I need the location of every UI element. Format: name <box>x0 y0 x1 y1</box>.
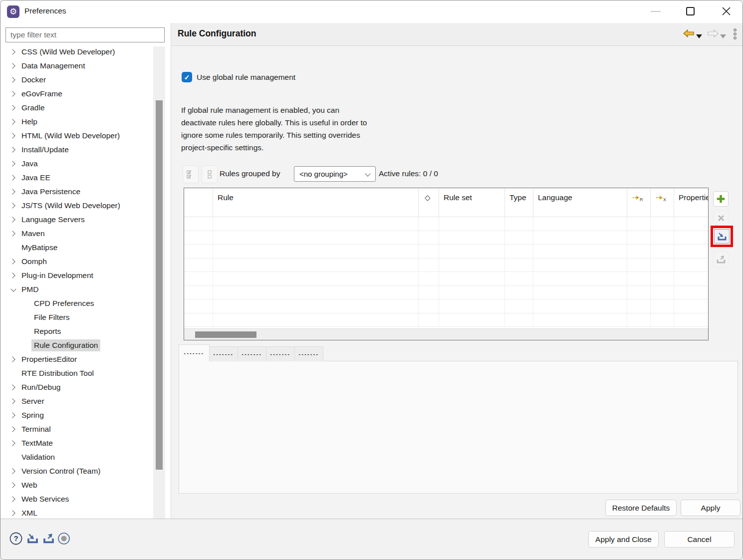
detail-tab-2[interactable]: ------- <box>210 346 238 361</box>
cancel-button[interactable]: Cancel <box>664 531 735 548</box>
maximize-button[interactable] <box>686 7 695 15</box>
uncheck-all-rules-button[interactable] <box>202 165 218 183</box>
chevron-right-icon[interactable] <box>7 64 19 68</box>
chevron-right-icon[interactable] <box>7 427 19 431</box>
sidebar-item-install-update[interactable]: Install/Update <box>0 143 171 157</box>
detail-tab-5[interactable]: ------- <box>295 346 323 361</box>
chevron-right-icon[interactable] <box>7 399 19 403</box>
column-header-rule-set[interactable]: Rule set <box>439 188 505 217</box>
sidebar-item-terminal[interactable]: Terminal <box>0 422 171 436</box>
chevron-right-icon[interactable] <box>7 274 19 278</box>
sidebar-item-pmd[interactable]: PMD <box>0 282 171 296</box>
column-header-ref-r[interactable]: R <box>627 188 651 217</box>
minimize-button[interactable] <box>651 11 661 12</box>
column-header-rule[interactable]: Rule <box>213 188 419 217</box>
scrollbar-thumb[interactable] <box>195 331 256 338</box>
sidebar-item-server[interactable]: Server <box>0 394 171 408</box>
sidebar-item-web[interactable]: Web <box>0 478 171 492</box>
forward-history-dropdown-icon[interactable] <box>720 31 726 40</box>
table-horizontal-scrollbar[interactable] <box>184 328 708 340</box>
sidebar-item-language-servers[interactable]: Language Servers <box>0 213 171 227</box>
sidebar-item-spring[interactable]: Spring <box>0 408 171 422</box>
check-all-rules-button[interactable] <box>183 165 199 183</box>
chevron-right-icon[interactable] <box>7 120 19 124</box>
chevron-right-icon[interactable] <box>7 106 19 110</box>
detail-tab-3[interactable]: ------- <box>238 346 266 361</box>
sidebar-item-rule-configuration[interactable]: Rule Configuration <box>0 338 171 352</box>
chevron-right-icon[interactable] <box>7 497 19 501</box>
sidebar-item-html-wild-web-developer[interactable]: HTML (Wild Web Developer) <box>0 129 171 143</box>
sidebar-item-textmate[interactable]: TextMate <box>0 436 171 450</box>
chevron-right-icon[interactable] <box>7 162 19 166</box>
column-header-ref-x[interactable]: X <box>651 188 674 217</box>
sidebar-item-plug-in-development[interactable]: Plug-in Development <box>0 269 171 282</box>
sidebar-item-propertieseditor[interactable]: PropertiesEditor <box>0 352 171 366</box>
chevron-right-icon[interactable] <box>7 78 19 82</box>
chevron-right-icon[interactable] <box>7 218 19 222</box>
sidebar-scrollbar[interactable] <box>153 46 165 519</box>
sidebar-item-web-services[interactable]: Web Services <box>0 492 171 506</box>
scrollbar-thumb[interactable] <box>156 100 163 470</box>
column-header-priority[interactable]: ◇ <box>419 188 439 217</box>
view-menu-kebab-icon[interactable] <box>733 28 737 42</box>
back-arrow-icon[interactable] <box>683 29 694 39</box>
sidebar-item-java-ee[interactable]: Java EE <box>0 171 171 185</box>
sidebar-item-egovframe[interactable]: eGovFrame <box>0 87 171 101</box>
sidebar-item-validation[interactable]: Validation <box>0 450 171 464</box>
use-global-rule-checkbox[interactable] <box>182 72 192 82</box>
apply-button[interactable]: Apply <box>681 500 741 516</box>
import-ruleset-button[interactable] <box>714 229 730 244</box>
chevron-right-icon[interactable] <box>7 385 19 389</box>
sidebar-item-help[interactable]: Help <box>0 115 171 129</box>
detail-tab-1[interactable]: ------- <box>179 344 210 361</box>
chevron-right-icon[interactable] <box>7 441 19 445</box>
filter-input[interactable] <box>5 27 165 42</box>
sidebar-item-rte-distribution-tool[interactable]: RTE Distribution Tool <box>0 366 171 380</box>
chevron-right-icon[interactable] <box>7 232 19 236</box>
column-header-language[interactable]: Language <box>533 188 627 217</box>
sidebar-item-file-filters[interactable]: File Filters <box>0 310 171 324</box>
sidebar-item-gradle[interactable]: Gradle <box>0 101 171 115</box>
rule-table[interactable]: Rule◇Rule setTypeLanguageRXProperties <box>184 188 709 340</box>
add-rule-button[interactable] <box>713 191 729 207</box>
column-header-checkbox[interactable] <box>184 188 213 217</box>
title-bar[interactable]: ⚙ Preferences <box>0 0 743 23</box>
sidebar-item-java[interactable]: Java <box>0 157 171 171</box>
column-header-type[interactable]: Type <box>505 188 533 217</box>
apply-and-close-button[interactable]: Apply and Close <box>588 531 659 548</box>
back-history-dropdown-icon[interactable] <box>696 31 702 40</box>
chevron-right-icon[interactable] <box>7 483 19 487</box>
chevron-right-icon[interactable] <box>7 469 19 473</box>
restore-defaults-button[interactable]: Restore Defaults <box>605 500 677 516</box>
chevron-right-icon[interactable] <box>7 413 19 417</box>
detail-tab-4[interactable]: ------- <box>266 346 295 361</box>
delete-rule-button[interactable] <box>713 210 729 226</box>
sidebar-item-data-management[interactable]: Data Management <box>0 59 171 73</box>
import-preferences-button[interactable] <box>26 533 39 546</box>
chevron-right-icon[interactable] <box>7 50 19 54</box>
sidebar-item-css-wild-web-developer[interactable]: CSS (Wild Web Developer) <box>0 45 171 59</box>
forward-arrow-icon[interactable] <box>708 29 719 39</box>
sidebar-item-xml[interactable]: XML <box>0 506 171 519</box>
sidebar-item-version-control-team[interactable]: Version Control (Team) <box>0 464 171 478</box>
sidebar-item-run-debug[interactable]: Run/Debug <box>0 380 171 394</box>
sidebar-item-maven[interactable]: Maven <box>0 227 171 241</box>
sidebar-item-mybatipse[interactable]: MyBatipse <box>0 241 171 255</box>
grouping-dropdown[interactable]: <no grouping> <box>294 166 376 182</box>
close-button[interactable] <box>722 7 731 15</box>
sidebar-item-oomph[interactable]: Oomph <box>0 255 171 269</box>
chevron-right-icon[interactable] <box>7 148 19 152</box>
chevron-right-icon[interactable] <box>7 92 19 96</box>
chevron-right-icon[interactable] <box>7 204 19 208</box>
chevron-right-icon[interactable] <box>7 511 19 515</box>
sidebar-item-reports[interactable]: Reports <box>0 324 171 338</box>
sidebar-item-cpd-preferences[interactable]: CPD Preferences <box>0 296 171 310</box>
chevron-down-icon[interactable] <box>7 288 19 291</box>
export-preferences-button[interactable] <box>42 533 55 546</box>
chevron-right-icon[interactable] <box>7 357 19 361</box>
chevron-right-icon[interactable] <box>7 190 19 194</box>
sidebar-item-java-persistence[interactable]: Java Persistence <box>0 185 171 199</box>
chevron-right-icon[interactable] <box>7 176 19 180</box>
export-ruleset-button[interactable] <box>713 252 729 267</box>
sidebar-item-js-ts-wild-web-developer[interactable]: JS/TS (Wild Web Developer) <box>0 199 171 213</box>
